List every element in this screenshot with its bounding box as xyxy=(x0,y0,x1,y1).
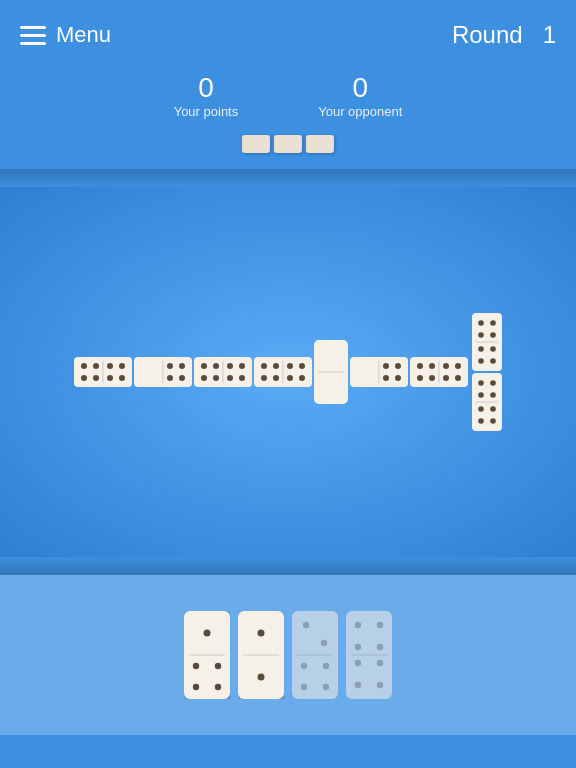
svg-point-6 xyxy=(107,363,113,369)
your-points-label: Your points xyxy=(174,104,239,119)
svg-point-32 xyxy=(287,363,293,369)
your-points-value: 0 xyxy=(198,74,214,102)
svg-point-15 xyxy=(179,375,185,381)
svg-point-40 xyxy=(383,363,389,369)
svg-point-20 xyxy=(201,375,207,381)
svg-point-87 xyxy=(303,622,309,628)
svg-point-13 xyxy=(179,363,185,369)
svg-point-72 xyxy=(478,418,484,424)
svg-point-91 xyxy=(301,684,307,690)
svg-point-9 xyxy=(119,375,125,381)
player-domino[interactable] xyxy=(238,611,284,699)
svg-point-51 xyxy=(455,363,461,369)
svg-point-69 xyxy=(490,392,496,398)
svg-point-19 xyxy=(213,363,219,369)
svg-point-83 xyxy=(258,630,265,637)
hamburger-icon xyxy=(20,26,46,45)
svg-point-77 xyxy=(193,663,199,669)
svg-point-70 xyxy=(478,406,484,412)
svg-point-48 xyxy=(417,375,423,381)
svg-point-41 xyxy=(395,363,401,369)
svg-point-53 xyxy=(455,375,461,381)
svg-point-8 xyxy=(107,375,113,381)
svg-point-5 xyxy=(93,375,99,381)
board-domino[interactable] xyxy=(74,357,132,387)
board-domino[interactable] xyxy=(410,357,468,387)
svg-point-76 xyxy=(204,630,211,637)
svg-point-58 xyxy=(478,332,484,338)
svg-point-35 xyxy=(299,375,305,381)
board-layout xyxy=(74,313,502,431)
board-domino[interactable] xyxy=(350,357,408,387)
opponent-hand xyxy=(0,129,576,169)
svg-point-25 xyxy=(239,375,245,381)
svg-point-88 xyxy=(321,640,327,646)
svg-point-52 xyxy=(443,375,449,381)
svg-point-29 xyxy=(273,363,279,369)
top-divider xyxy=(0,169,576,187)
player-domino[interactable] xyxy=(346,611,392,699)
vertical-branch xyxy=(472,313,502,431)
svg-point-23 xyxy=(239,363,245,369)
svg-point-47 xyxy=(429,363,435,369)
svg-point-73 xyxy=(490,418,496,424)
game-board xyxy=(0,187,576,557)
player-domino[interactable] xyxy=(292,611,338,699)
svg-point-49 xyxy=(429,375,435,381)
svg-point-3 xyxy=(93,363,99,369)
svg-point-95 xyxy=(355,622,361,628)
svg-point-97 xyxy=(355,644,361,650)
svg-point-67 xyxy=(490,380,496,386)
svg-point-18 xyxy=(201,363,207,369)
svg-point-22 xyxy=(227,363,233,369)
svg-point-12 xyxy=(167,363,173,369)
domino-chain xyxy=(74,313,502,431)
player-hand xyxy=(0,575,576,735)
svg-point-101 xyxy=(355,682,361,688)
round-label: Round xyxy=(452,21,523,48)
svg-point-21 xyxy=(213,375,219,381)
player-domino[interactable] xyxy=(184,611,230,699)
svg-point-89 xyxy=(301,663,307,669)
bottom-divider xyxy=(0,557,576,575)
opponent-label: Your opponent xyxy=(318,104,402,119)
score-area: 0 Your points 0 Your opponent xyxy=(0,70,576,129)
svg-point-71 xyxy=(490,406,496,412)
svg-point-4 xyxy=(81,375,87,381)
board-domino[interactable] xyxy=(134,357,192,387)
board-domino-center[interactable] xyxy=(314,340,348,404)
svg-point-102 xyxy=(377,682,383,688)
svg-point-96 xyxy=(377,622,383,628)
board-domino-vertical[interactable] xyxy=(472,373,502,431)
svg-point-33 xyxy=(299,363,305,369)
menu-button[interactable]: Menu xyxy=(20,22,111,48)
svg-point-90 xyxy=(323,663,329,669)
svg-point-59 xyxy=(490,332,496,338)
svg-point-99 xyxy=(355,660,361,666)
svg-point-24 xyxy=(227,375,233,381)
svg-point-30 xyxy=(261,375,267,381)
opponent-tile xyxy=(274,135,302,153)
svg-point-2 xyxy=(81,363,87,369)
round-number: 1 xyxy=(543,21,556,48)
board-domino[interactable] xyxy=(194,357,252,387)
svg-point-100 xyxy=(377,660,383,666)
svg-point-7 xyxy=(119,363,125,369)
svg-point-92 xyxy=(323,684,329,690)
opponent-value: 0 xyxy=(353,74,369,102)
svg-point-78 xyxy=(215,663,221,669)
svg-point-31 xyxy=(273,375,279,381)
svg-point-62 xyxy=(478,358,484,364)
board-domino-vertical[interactable] xyxy=(472,313,502,371)
svg-point-14 xyxy=(167,375,173,381)
svg-point-84 xyxy=(258,674,265,681)
svg-point-56 xyxy=(478,320,484,326)
board-domino[interactable] xyxy=(254,357,312,387)
menu-label: Menu xyxy=(56,22,111,48)
svg-point-50 xyxy=(443,363,449,369)
svg-point-79 xyxy=(193,684,199,690)
svg-point-60 xyxy=(478,346,484,352)
game-header: Menu Round 1 xyxy=(0,0,576,70)
svg-point-42 xyxy=(383,375,389,381)
your-score: 0 Your points xyxy=(174,74,239,119)
